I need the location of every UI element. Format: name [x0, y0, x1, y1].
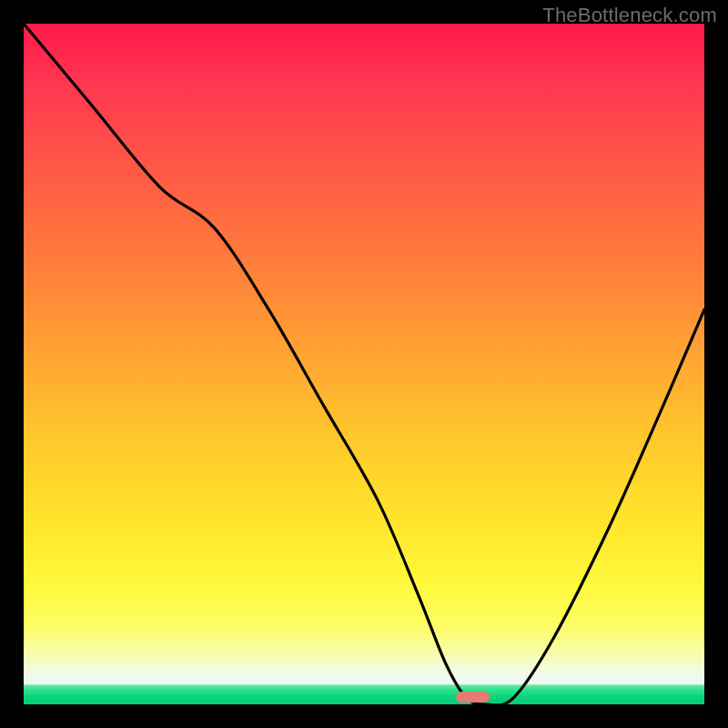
plot-area: [24, 24, 704, 704]
watermark-text: TheBottleneck.com: [542, 4, 717, 27]
bottleneck-curve: [24, 24, 704, 704]
optimum-marker: [456, 692, 490, 703]
chart-frame: TheBottleneck.com: [0, 0, 728, 728]
